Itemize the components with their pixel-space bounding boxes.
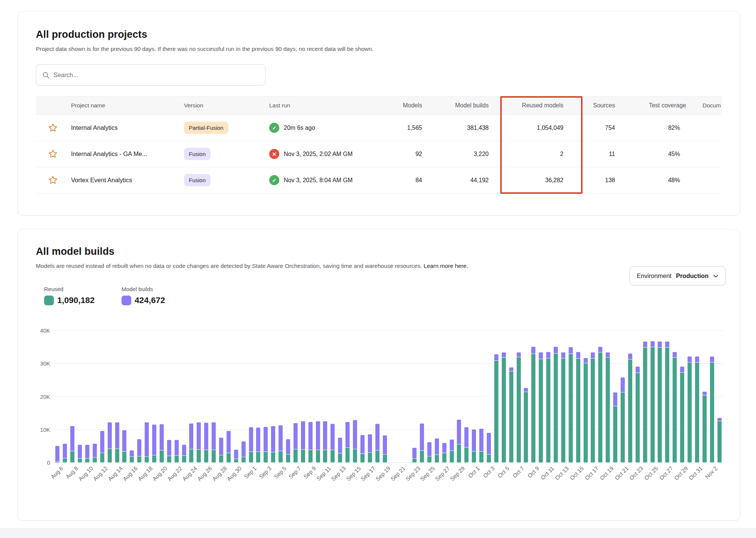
bar-group[interactable] [330, 424, 335, 463]
bar-group[interactable] [338, 437, 342, 463]
bar-group[interactable] [129, 450, 134, 463]
bar-group[interactable] [590, 352, 595, 463]
bar-group[interactable] [680, 366, 685, 463]
bar-group[interactable] [107, 422, 112, 463]
bar-group[interactable] [382, 435, 387, 463]
bar-group[interactable] [553, 346, 558, 463]
bar-group[interactable] [256, 427, 261, 463]
bar-group[interactable] [494, 354, 499, 463]
bar-group[interactable] [219, 437, 224, 463]
bar-group[interactable] [434, 438, 439, 463]
bar-group[interactable] [345, 422, 350, 463]
bar-group[interactable] [531, 346, 536, 463]
bar-group[interactable] [442, 443, 447, 463]
bar-group[interactable] [226, 431, 231, 463]
bar-group[interactable] [174, 440, 179, 463]
bar-group[interactable] [278, 425, 283, 463]
bar-group[interactable] [665, 341, 670, 463]
bar-group[interactable] [702, 391, 707, 463]
bar-group[interactable] [286, 439, 291, 463]
bar-group[interactable] [189, 423, 194, 463]
bar-group[interactable] [650, 341, 655, 463]
col-documentation: Docum [688, 102, 722, 109]
bar-group[interactable] [77, 444, 82, 463]
bar-group[interactable] [211, 422, 216, 463]
bar-group[interactable] [263, 427, 268, 463]
bar-group[interactable] [152, 424, 157, 463]
environment-dropdown[interactable]: Environment Production [630, 266, 726, 285]
favorite-star-button[interactable] [47, 122, 58, 134]
bar-group[interactable] [628, 353, 633, 463]
favorite-star-button[interactable] [47, 175, 58, 186]
bar-group[interactable] [308, 422, 313, 463]
bar-group[interactable] [635, 366, 640, 463]
bar-group[interactable] [182, 444, 187, 463]
bar-group[interactable] [360, 435, 365, 463]
bar-group[interactable] [92, 443, 97, 463]
bar-group[interactable] [159, 424, 164, 463]
bar-group[interactable] [449, 439, 454, 463]
bar-group[interactable] [323, 421, 328, 463]
bar-group[interactable] [293, 423, 298, 463]
bar-group[interactable] [144, 422, 149, 463]
bar-group[interactable] [710, 356, 714, 463]
bar-group[interactable] [420, 423, 424, 463]
bar-group[interactable] [657, 341, 662, 463]
bar-group[interactable] [353, 420, 357, 463]
bar-group[interactable] [204, 422, 209, 463]
bar-group[interactable] [479, 428, 484, 463]
project-name-link[interactable]: Internal Analytics [71, 124, 118, 131]
bar-group[interactable] [271, 426, 276, 463]
bar-group[interactable] [115, 422, 120, 463]
bar-group[interactable] [412, 447, 417, 463]
bar-group[interactable] [301, 421, 305, 463]
bar-group[interactable] [464, 427, 469, 463]
bar-group[interactable] [85, 444, 90, 463]
bar-group[interactable] [605, 352, 610, 463]
bar-group[interactable] [471, 429, 476, 463]
bar-group[interactable] [375, 424, 380, 463]
bar-group[interactable] [561, 352, 566, 463]
bar-group[interactable] [70, 426, 75, 463]
bar-group[interactable] [672, 352, 677, 463]
bar-group[interactable] [100, 431, 105, 463]
bar-group[interactable] [687, 356, 692, 463]
bar-group[interactable] [620, 377, 625, 463]
bar-group[interactable] [457, 419, 461, 463]
bar-group[interactable] [598, 346, 603, 463]
bar-group[interactable] [546, 352, 551, 463]
bar-group[interactable] [576, 352, 581, 463]
bar-group[interactable] [249, 427, 253, 463]
bar-group[interactable] [122, 430, 127, 463]
bar-group[interactable] [509, 367, 514, 463]
bar-group[interactable] [234, 449, 239, 463]
bar-group[interactable] [427, 442, 432, 463]
bar-group[interactable] [62, 443, 67, 463]
bar-group[interactable] [196, 422, 201, 463]
bar-group[interactable] [241, 441, 246, 463]
project-name-link[interactable]: Internal Analytics - GA Me... [71, 150, 147, 157]
bar-group[interactable] [501, 352, 506, 463]
bar-group[interactable] [55, 446, 60, 463]
bar-group[interactable] [516, 352, 521, 463]
bar-group[interactable] [486, 432, 491, 463]
bar-group[interactable] [613, 392, 618, 463]
bar-group[interactable] [568, 347, 573, 463]
bar-group[interactable] [538, 352, 543, 463]
bar-group[interactable] [523, 388, 528, 463]
bar-group[interactable] [583, 358, 588, 463]
bar-group[interactable] [137, 439, 142, 463]
production-projects-card: All production projects Project data sho… [18, 11, 740, 215]
bar-group[interactable] [695, 356, 700, 463]
favorite-star-button[interactable] [47, 149, 58, 160]
project-search[interactable] [36, 64, 265, 86]
bar-group[interactable] [316, 421, 320, 463]
learn-more-link[interactable]: Learn more here. [424, 263, 468, 269]
bar-group[interactable] [717, 418, 722, 463]
bar-group[interactable] [368, 434, 372, 463]
bar-group[interactable] [643, 341, 648, 463]
y-tick-label: 40K [40, 327, 50, 334]
project-name-link[interactable]: Vortex Event Analytics [71, 177, 132, 183]
bar-group[interactable] [167, 440, 172, 463]
search-input[interactable] [53, 71, 259, 79]
